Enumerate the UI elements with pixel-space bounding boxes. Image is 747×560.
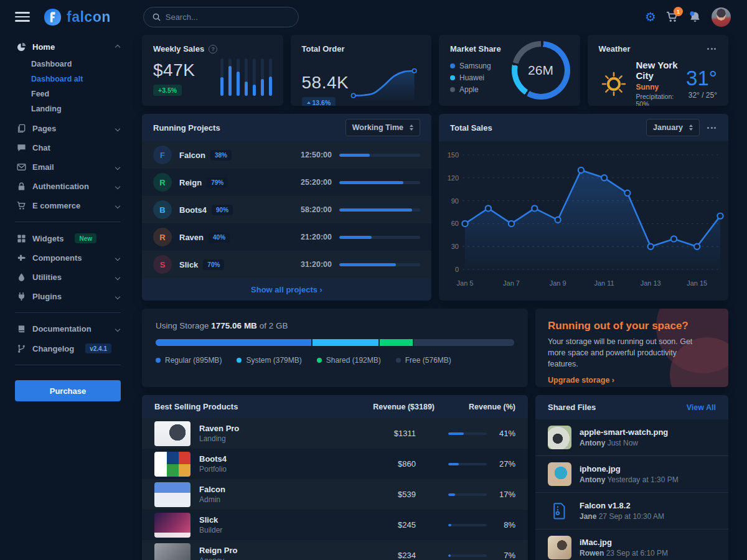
sidebar-item-widgets[interactable]: WidgetsNew [15,228,121,248]
sidebar-item-utilities[interactable]: Utilities [15,268,121,287]
file-row[interactable]: apple-smart-watch.pngAntony Just Now [535,419,728,455]
file-meta: Rowen 23 Sep at 6:10 PM [580,549,668,558]
hamburger-menu-button[interactable] [15,9,30,24]
sidebar-item-label: Pages [32,124,56,133]
chevron-down-icon [115,326,120,331]
sun-icon [599,69,629,99]
project-row: RRaven40%21:20:00 [142,223,431,251]
sidebar-item-feed[interactable]: Feed [31,86,121,101]
sidebar-item-label: Documentation [32,324,92,334]
search-input[interactable] [166,12,289,22]
search-icon [153,13,161,21]
sidebar-item-label: Home [32,42,55,52]
sidebar-item-chat[interactable]: Chat [15,138,121,157]
running-projects-list: FFalcon38%12:50:00RReign79%25:20:00BBoot… [142,141,431,278]
sidebar-item-authentication[interactable]: Authentication [15,177,121,196]
promo-title: Running out of your space? [548,320,716,332]
weekly-sales-badge: +3.5% [153,85,182,96]
sidebar-item-components[interactable]: Components [15,248,121,268]
product-row: Reign ProAgency$2347% [142,540,528,560]
project-progress-bar [339,208,420,212]
help-icon[interactable]: ? [209,45,217,54]
brand-name: falcon [67,9,111,26]
sidebar-item-dashboard[interactable]: Dashboard [31,57,121,72]
product-thumbnail [154,452,190,477]
project-avatar: R [153,228,172,246]
cart-icon[interactable]: 1 [666,11,679,23]
project-info: Slick70% [179,259,280,270]
weather-card: Weather New York City Su [588,35,729,106]
ellipsis-menu-icon[interactable] [706,45,717,52]
notifications-bell-icon[interactable] [688,11,702,24]
bar-track [269,58,272,96]
sidebar-item-plugins[interactable]: Plugins [15,287,121,306]
product-price: $1311 [347,429,416,438]
product-category: Admin [199,495,225,504]
sidebar-item-email[interactable]: Email [15,157,121,177]
product-row: FalconAdmin$53917% [142,479,528,510]
product-revenue-pct: 41% [416,429,515,438]
project-percent-badge: 38% [210,150,232,161]
user-avatar[interactable] [712,7,731,27]
settings-gear-icon[interactable]: ⚙ [645,11,656,23]
sidebar-item-documentation[interactable]: Documentation [15,319,121,338]
view-all-link[interactable]: View All [687,403,716,412]
file-meta: Antony Just Now [580,439,668,447]
progress-fill [448,432,464,435]
file-thumbnail [548,536,571,559]
storage-progress-bar [156,339,514,346]
svg-text:Jan 7: Jan 7 [503,279,520,287]
show-all-projects-link[interactable]: Show all projects › [142,278,431,301]
project-info: Raven40% [179,232,280,243]
storage-segment [312,339,378,346]
market-share-title: Market Share [450,44,501,54]
shared-files-card: Shared Files View All apple-smart-watch.… [535,395,728,560]
file-row[interactable]: iMac.jpgRowen 23 Sep at 6:10 PM [535,529,728,560]
bar-track [237,58,240,96]
product-name: Raven Pro [199,424,239,433]
file-row[interactable]: Falcon v1.8.2Jane 27 Sep at 10:30 AM [535,492,728,529]
storage-title: Using Storage 1775.06 MB of 2 GB [156,321,514,330]
sidebar-item-pages[interactable]: Pages [15,119,121,138]
purchase-button[interactable]: Purchase [15,380,121,401]
project-time: 31:20:00 [287,260,332,269]
product-text: Reign ProAgency [199,546,237,560]
chevron-down-icon [115,126,120,131]
weekly-sales-card: Weekly Sales ? $47K +3.5% [142,35,283,106]
market-share-center-value: 26M [528,63,553,78]
brand-logo[interactable]: falcon [44,8,111,26]
svg-text:30: 30 [451,243,459,250]
search-box[interactable] [143,7,299,27]
working-time-select[interactable]: Working Time [345,119,420,136]
sidebar-item-label: Changelog [32,344,74,353]
project-avatar: F [153,146,172,164]
sidebar-item-dashboard-alt[interactable]: Dashboard alt [31,72,121,86]
project-progress-bar [339,154,420,157]
sidebar-item-e-commerce[interactable]: E commerce [15,196,121,215]
select-caret-icon [410,124,413,131]
chevron-down-icon [115,294,120,299]
ellipsis-menu-icon[interactable] [706,124,717,131]
project-progress-bar [339,181,420,184]
revenue-progress-bar [448,524,487,526]
sidebar-item-changelog[interactable]: Changelogv2.4.1 [15,338,121,358]
file-time: 27 Sep at 10:30 AM [596,512,664,521]
project-row: BBoots490%58:20:00 [142,196,431,223]
sidebar-item-home[interactable]: Home [15,37,121,57]
project-time: 25:20:00 [287,178,332,187]
select-caret-icon [689,124,693,131]
sidebar-item-landing[interactable]: Landing [31,101,121,116]
project-row: RReign79%25:20:00 [142,169,431,196]
legend-dot [156,358,161,363]
weekly-sales-value: $47K [153,60,195,80]
upgrade-storage-link[interactable]: Upgrade storage › [548,376,614,385]
product-price: $245 [347,520,416,530]
weather-range: 32° / 25° [686,91,717,100]
svg-text:Jan 13: Jan 13 [641,279,661,287]
month-select[interactable]: January [646,119,700,136]
svg-text:Jan 9: Jan 9 [550,279,566,287]
chart-pie-icon [16,42,26,52]
legend-label: Regular (895MB) [165,356,222,365]
file-row[interactable]: iphone.jpgAntony Yesterday at 1:30 PM [535,455,728,492]
space-promo-card: Running out of your space? Your storage … [535,309,728,387]
